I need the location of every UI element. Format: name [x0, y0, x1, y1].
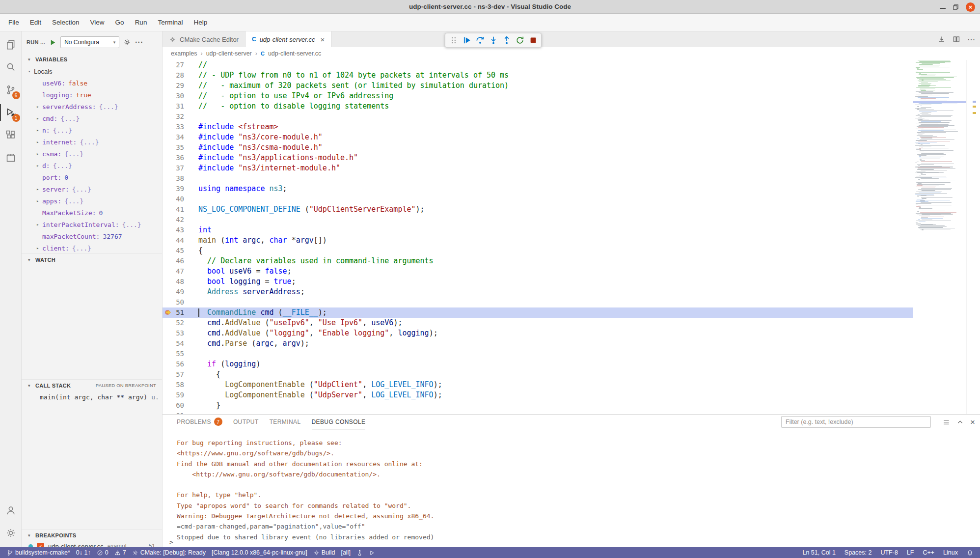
variable-row[interactable]: ▸client:{...}	[22, 242, 162, 254]
variable-row[interactable]: ▸interPacketInterval:{...}	[22, 219, 162, 230]
menu-item-file[interactable]: File	[3, 16, 25, 29]
line-number[interactable]: 36	[163, 153, 184, 163]
stop-icon[interactable]	[527, 34, 539, 47]
status-language-mode[interactable]: C++	[920, 547, 937, 558]
line-number[interactable]: 35	[163, 142, 184, 153]
code-line[interactable]: 33#include <fstream>	[163, 122, 913, 132]
run-debug-icon[interactable]: 1	[0, 101, 22, 124]
watch-section-header[interactable]: ▾ WATCH	[22, 253, 162, 265]
step-over-icon[interactable]	[474, 34, 486, 47]
minimap[interactable]	[913, 60, 966, 414]
variable-row[interactable]: ▸csma:{...}	[22, 148, 162, 160]
status-git-branch[interactable]: buildsystem-cmake*	[4, 547, 73, 558]
debug-settings-gear-icon[interactable]	[123, 38, 131, 46]
restart-icon[interactable]	[514, 34, 526, 47]
breakpoint-item[interactable]: ✓ udp-client-server.cc exampl... 51	[22, 541, 162, 547]
line-number[interactable]: 61	[163, 411, 184, 414]
status-warnings[interactable]: 7	[111, 547, 129, 558]
line-number[interactable]: 42	[163, 215, 184, 225]
status-cmake-test[interactable]	[354, 547, 366, 558]
code-line[interactable]: 40	[163, 194, 913, 204]
code-line[interactable]: 29// - maximum of 320 packets sent (or l…	[163, 81, 913, 91]
status-encoding[interactable]: UTF-8	[877, 547, 900, 558]
line-number[interactable]: 55	[163, 349, 184, 359]
code-line[interactable]: 30// - option to use IPv4 or IPv6 addres…	[163, 91, 913, 101]
status-cmake-target[interactable]: [all]	[338, 547, 353, 558]
status-git-sync[interactable]: 0↓ 1↑	[73, 547, 94, 558]
clear-console-icon[interactable]	[943, 418, 950, 426]
split-editor-icon[interactable]	[953, 35, 960, 43]
code-line[interactable]: 61	[163, 411, 913, 414]
line-number[interactable]: 48	[163, 277, 184, 287]
line-number[interactable]: 43	[163, 225, 184, 235]
line-number[interactable]: 52	[163, 318, 184, 328]
settings-gear-icon[interactable]	[0, 522, 22, 544]
account-icon[interactable]	[0, 499, 22, 522]
menu-item-go[interactable]: Go	[110, 16, 130, 29]
variable-row[interactable]: ▸cmd:{...}	[22, 112, 162, 124]
status-eol[interactable]: LF	[904, 547, 917, 558]
explorer-icon[interactable]	[0, 33, 22, 56]
line-number[interactable]: 51	[163, 307, 184, 318]
line-number[interactable]: 50	[163, 297, 184, 307]
code-line[interactable]: 55	[163, 349, 913, 359]
line-number[interactable]: 45	[163, 246, 184, 256]
status-os[interactable]: Linux	[940, 547, 961, 558]
line-number[interactable]: 46	[163, 256, 184, 266]
step-into-icon[interactable]	[487, 34, 499, 47]
menu-item-run[interactable]: Run	[130, 16, 153, 29]
line-number[interactable]: 53	[163, 328, 184, 338]
code-line[interactable]: 41NS_LOG_COMPONENT_DEFINE ("UdpClientSer…	[163, 204, 913, 215]
menu-item-view[interactable]: View	[85, 16, 110, 29]
panel-tab-output[interactable]: OUTPUT	[233, 415, 259, 429]
search-icon[interactable]	[0, 56, 22, 79]
variable-row[interactable]: ▸internet:{...}	[22, 136, 162, 148]
line-number[interactable]: 40	[163, 194, 184, 204]
status-cursor-position[interactable]: Ln 51, Col 1	[799, 547, 838, 558]
maximize-panel-icon[interactable]	[956, 418, 964, 426]
close-tab-icon[interactable]: ×	[321, 35, 325, 44]
code-line[interactable]: 34#include "ns3/core-module.h"	[163, 132, 913, 142]
line-number[interactable]: 57	[163, 369, 184, 380]
close-icon[interactable]: ×	[966, 2, 975, 12]
code-line[interactable]: 50	[163, 297, 913, 307]
variable-row[interactable]: ▾Locals	[22, 65, 162, 77]
console-prompt[interactable]: >	[169, 538, 173, 546]
breakpoints-section-header[interactable]: ▾ BREAKPOINTS	[22, 529, 162, 541]
step-out-icon[interactable]	[500, 34, 513, 47]
menu-item-edit[interactable]: Edit	[25, 16, 47, 29]
breakpoint-checkbox[interactable]: ✓	[37, 543, 44, 548]
continue-icon[interactable]	[461, 34, 473, 47]
line-number[interactable]: 41	[163, 204, 184, 215]
variables-section-header[interactable]: ▾ VARIABLES	[22, 54, 162, 65]
line-number[interactable]: 30	[163, 91, 184, 101]
code-line[interactable]: 57 {	[163, 369, 913, 380]
code-line[interactable]: 56 if (logging)	[163, 359, 913, 369]
status-cmake-kit[interactable]: [Clang 12.0.0 x86_64-pc-linux-gnu]	[209, 547, 310, 558]
code-line[interactable]: 39using namespace ns3;	[163, 184, 913, 194]
code-line[interactable]: 59 LogComponentEnable ("UdpServer", LOG_…	[163, 390, 913, 400]
line-number[interactable]: 54	[163, 338, 184, 349]
code-line[interactable]: 49 Address serverAddress;	[163, 287, 913, 297]
code-line[interactable]: 37#include "ns3/internet-module.h"	[163, 163, 913, 173]
debug-console[interactable]: For bug reporting instructions, please s…	[163, 429, 980, 547]
variable-row[interactable]: ▸serverAddress:{...}	[22, 101, 162, 112]
code-editor[interactable]: 27//28// - UDP flow from n0 to n1 of 102…	[163, 60, 913, 414]
code-line[interactable]: 28// - UDP flow from n0 to n1 of 1024 by…	[163, 70, 913, 81]
variable-row[interactable]: ▸d:{...}	[22, 160, 162, 171]
code-line[interactable]: 46 // Declare variables used in command-…	[163, 256, 913, 266]
more-actions-icon[interactable]: ⋯	[967, 35, 975, 44]
menu-item-terminal[interactable]: Terminal	[152, 16, 188, 29]
line-number[interactable]: 37	[163, 163, 184, 173]
code-line[interactable]: 35#include "ns3/csma-module.h"	[163, 142, 913, 153]
variable-row[interactable]: MaxPacketSize:0	[22, 207, 162, 219]
code-line[interactable]: 42	[163, 215, 913, 225]
code-line[interactable]: 27//	[163, 60, 913, 70]
status-cmake-status[interactable]: CMake: [Debug]: Ready	[129, 547, 209, 558]
download-icon[interactable]	[938, 35, 946, 43]
panel-tab-problems[interactable]: PROBLEMS7	[177, 415, 222, 429]
code-line[interactable]: 47 bool useV6 = false;	[163, 266, 913, 277]
code-line[interactable]: 45{	[163, 246, 913, 256]
line-number[interactable]: 56	[163, 359, 184, 369]
panel-tab-terminal[interactable]: TERMINAL	[270, 415, 301, 429]
